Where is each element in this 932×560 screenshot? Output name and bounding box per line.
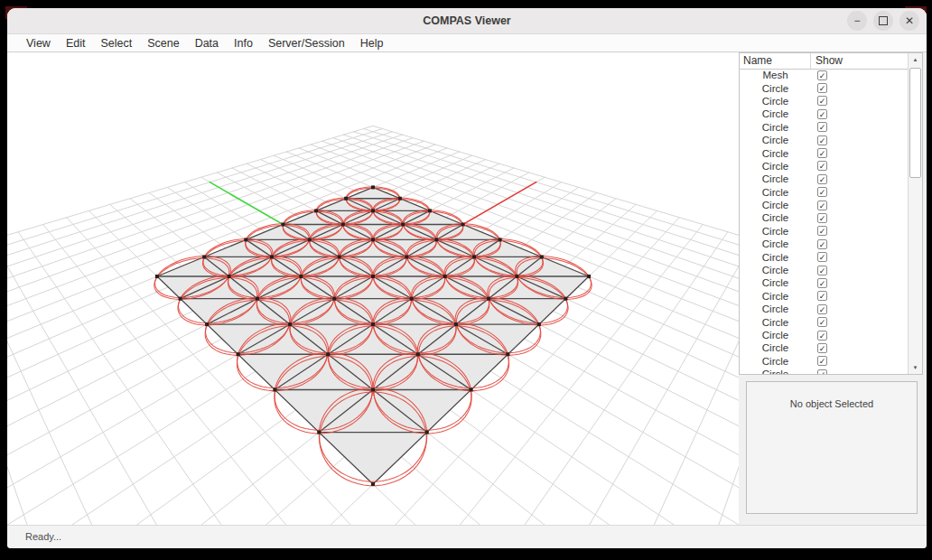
object-info-panel: No object Selected	[746, 381, 918, 514]
show-checkbox[interactable]: ✓	[817, 356, 827, 366]
column-header-show[interactable]: Show	[811, 53, 922, 69]
title-bar[interactable]: COMPAS Viewer − ✕	[7, 8, 927, 34]
table-row[interactable]: Circle✓	[740, 146, 908, 159]
status-text: Ready...	[25, 526, 927, 548]
table-row[interactable]: Circle✓	[740, 290, 908, 303]
show-checkbox[interactable]: ✓	[817, 369, 827, 374]
table-body: Mesh✓Circle✓Circle✓Circle✓Circle✓Circle✓…	[740, 69, 908, 374]
object-name: Circle	[740, 135, 811, 145]
table-row[interactable]: Circle✓	[740, 368, 908, 374]
scrollbar-thumb[interactable]	[909, 68, 921, 178]
table-row[interactable]: Circle✓	[740, 276, 908, 289]
show-checkbox[interactable]: ✓	[817, 135, 827, 145]
object-name: Circle	[740, 238, 811, 249]
menu-item-data[interactable]: Data	[195, 37, 219, 50]
compas-viewer-window: COMPAS Viewer − ✕ ViewEditSelectSceneDat…	[7, 8, 927, 548]
show-checkbox[interactable]: ✓	[817, 122, 827, 132]
object-name: Circle	[740, 265, 811, 275]
menu-item-edit[interactable]: Edit	[66, 37, 86, 50]
show-checkbox[interactable]: ✓	[817, 343, 827, 353]
menu-item-help[interactable]: Help	[360, 37, 384, 50]
show-checkbox[interactable]: ✓	[817, 304, 827, 314]
menu-item-info[interactable]: Info	[234, 37, 253, 50]
show-checkbox[interactable]: ✓	[817, 252, 827, 262]
object-name: Circle	[740, 277, 811, 288]
table-row[interactable]: Circle✓	[740, 315, 908, 328]
show-checkbox[interactable]: ✓	[817, 266, 827, 275]
minimize-button[interactable]: −	[847, 11, 867, 31]
object-name: Circle	[740, 342, 811, 353]
table-row[interactable]: Circle✓	[740, 303, 908, 315]
table-row[interactable]: Circle✓	[740, 250, 908, 263]
table-row[interactable]: Circle✓	[740, 121, 908, 134]
table-row[interactable]: Circle✓	[740, 107, 908, 120]
table-row[interactable]: Circle✓	[740, 160, 908, 173]
object-name: Circle	[740, 161, 811, 172]
menu-item-server-session[interactable]: Server/Session	[268, 37, 345, 50]
object-name: Circle	[740, 226, 811, 237]
object-name: Circle	[740, 317, 811, 328]
close-button[interactable]: ✕	[899, 11, 919, 31]
table-row[interactable]: Circle✓	[740, 211, 908, 224]
object-name: Mesh	[740, 70, 811, 80]
table-row[interactable]: Mesh✓	[740, 69, 908, 81]
show-checkbox[interactable]: ✓	[817, 174, 827, 184]
object-name: Circle	[740, 252, 811, 263]
object-name: Circle	[740, 356, 811, 367]
scroll-down-icon[interactable]: ▼	[909, 361, 922, 374]
object-name: Circle	[740, 330, 811, 341]
maximize-icon	[879, 16, 888, 25]
object-name: Circle	[740, 303, 811, 314]
table-row[interactable]: Circle✓	[740, 81, 908, 94]
close-icon: ✕	[905, 15, 914, 26]
menu-bar: ViewEditSelectSceneDataInfoServer/Sessio…	[7, 34, 927, 52]
table-row[interactable]: Circle✓	[740, 186, 908, 199]
object-name: Circle	[740, 291, 811, 302]
status-bar: Ready...	[7, 525, 927, 548]
menu-item-scene[interactable]: Scene	[147, 37, 179, 50]
show-checkbox[interactable]: ✓	[817, 226, 827, 236]
menu-item-select[interactable]: Select	[100, 37, 132, 50]
viewport-3d[interactable]	[7, 52, 739, 525]
column-header-name[interactable]: Name	[740, 53, 811, 69]
table-row[interactable]: Circle✓	[740, 173, 908, 185]
side-panel: Name Show Mesh✓Circle✓Circle✓Circle✓Circ…	[739, 52, 927, 525]
table-row[interactable]: Circle✓	[740, 329, 908, 341]
vertical-scrollbar[interactable]: ▲ ▼	[908, 53, 922, 374]
object-info-text: No object Selected	[747, 398, 917, 409]
show-checkbox[interactable]: ✓	[817, 331, 827, 341]
table-row[interactable]: Circle✓	[740, 95, 908, 107]
show-checkbox[interactable]: ✓	[817, 213, 827, 223]
table-row[interactable]: Circle✓	[740, 134, 908, 146]
object-name: Circle	[740, 212, 811, 223]
scene-canvas[interactable]	[7, 52, 739, 525]
show-checkbox[interactable]: ✓	[817, 291, 827, 301]
show-checkbox[interactable]: ✓	[817, 70, 827, 80]
show-checkbox[interactable]: ✓	[817, 278, 827, 288]
table-row[interactable]: Circle✓	[740, 341, 908, 354]
object-name: Circle	[740, 187, 811, 198]
table-row[interactable]: Circle✓	[740, 355, 908, 368]
menu-item-view[interactable]: View	[26, 37, 51, 50]
scroll-up-icon[interactable]: ▲	[909, 53, 922, 66]
scene-tree-table: Name Show Mesh✓Circle✓Circle✓Circle✓Circ…	[739, 52, 923, 375]
table-row[interactable]: Circle✓	[740, 264, 908, 276]
show-checkbox[interactable]: ✓	[817, 201, 827, 210]
table-row[interactable]: Circle✓	[740, 199, 908, 211]
object-name: Circle	[740, 148, 811, 159]
object-name: Circle	[740, 108, 811, 119]
show-checkbox[interactable]: ✓	[817, 109, 827, 119]
table-row[interactable]: Circle✓	[740, 225, 908, 238]
table-row[interactable]: Circle✓	[740, 238, 908, 250]
show-checkbox[interactable]: ✓	[817, 83, 827, 93]
show-checkbox[interactable]: ✓	[817, 161, 827, 171]
show-checkbox[interactable]: ✓	[817, 187, 827, 197]
show-checkbox[interactable]: ✓	[817, 239, 827, 249]
show-checkbox[interactable]: ✓	[817, 317, 827, 327]
object-name: Circle	[740, 96, 811, 107]
object-name: Circle	[740, 369, 811, 374]
maximize-button[interactable]	[873, 11, 893, 31]
show-checkbox[interactable]: ✓	[817, 148, 827, 158]
window-controls: − ✕	[847, 11, 919, 31]
show-checkbox[interactable]: ✓	[817, 96, 827, 106]
